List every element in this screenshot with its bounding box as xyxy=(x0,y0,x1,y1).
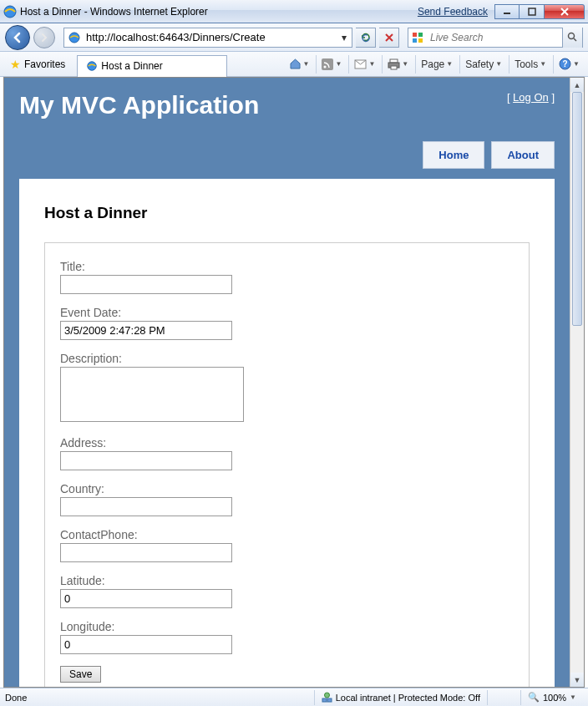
svg-rect-15 xyxy=(391,66,397,69)
form-fieldset: Title: Event Date: Description: Address:… xyxy=(44,242,530,687)
scroll-down-button[interactable]: ▼ xyxy=(570,673,584,687)
star-icon: ★ xyxy=(10,58,21,71)
window-close-button[interactable] xyxy=(545,4,585,19)
main-panel: Host a Dinner Title: Event Date: Descrip… xyxy=(19,179,555,687)
svg-rect-18 xyxy=(322,698,327,702)
safety-menu[interactable]: Safety▼ xyxy=(459,55,507,74)
search-bar xyxy=(408,28,583,48)
tab-page-icon xyxy=(86,60,98,72)
status-bar: Done Local intranet | Protected Mode: Of… xyxy=(0,688,588,706)
eventdate-label: Event Date: xyxy=(60,306,514,319)
address-label: Address: xyxy=(60,436,514,450)
description-label: Description: xyxy=(60,352,514,365)
back-button[interactable] xyxy=(5,25,30,50)
page-body: My MVC Application [ Log On ] Home About… xyxy=(4,78,570,687)
print-button[interactable]: ▼ xyxy=(382,55,413,74)
help-button[interactable]: ?▼ xyxy=(553,55,585,74)
svg-point-20 xyxy=(324,693,329,698)
nav-home[interactable]: Home xyxy=(423,141,484,169)
home-button[interactable]: ▼ xyxy=(284,55,315,74)
svg-rect-19 xyxy=(327,698,332,702)
tab-title: Host a Dinner xyxy=(101,60,162,72)
browser-viewport: My MVC Application [ Log On ] Home About… xyxy=(3,77,585,688)
window-maximize-button[interactable] xyxy=(520,4,545,19)
eventdate-input[interactable] xyxy=(60,321,232,340)
country-label: Country: xyxy=(60,482,514,495)
ie-icon xyxy=(3,5,17,18)
logon-section: [ Log On ] xyxy=(507,91,555,104)
title-label: Title: xyxy=(60,260,514,273)
status-text: Done xyxy=(5,693,314,703)
zoom-dropdown-icon: ▼ xyxy=(570,693,576,701)
logon-link[interactable]: Log On xyxy=(513,91,549,104)
status-spacer xyxy=(487,690,520,705)
title-input[interactable] xyxy=(60,275,232,294)
page-menu[interactable]: Page▼ xyxy=(415,55,458,74)
page-icon xyxy=(68,31,81,44)
description-input[interactable] xyxy=(60,367,244,422)
browser-navbar: ▾ xyxy=(0,23,588,52)
window-minimize-button[interactable] xyxy=(494,4,520,19)
mail-button[interactable]: ▼ xyxy=(348,55,380,74)
svg-rect-13 xyxy=(390,59,398,63)
status-zone[interactable]: Local intranet | Protected Mode: Off xyxy=(314,690,487,705)
svg-rect-2 xyxy=(529,8,535,15)
svg-rect-4 xyxy=(413,33,417,37)
latitude-label: Latitude: xyxy=(60,574,514,587)
search-button[interactable] xyxy=(562,28,582,48)
favorites-button[interactable]: ★ Favorites xyxy=(3,56,72,73)
print-icon xyxy=(388,58,400,70)
rss-icon xyxy=(322,58,333,70)
longitude-input[interactable] xyxy=(60,635,232,654)
stop-button[interactable] xyxy=(379,28,399,48)
window-title: Host a Dinner - Windows Internet Explore… xyxy=(20,6,418,18)
longitude-label: Longitude: xyxy=(60,620,514,633)
search-input[interactable] xyxy=(427,30,562,45)
scroll-thumb[interactable] xyxy=(572,92,582,326)
contactphone-input[interactable] xyxy=(60,543,232,562)
svg-point-11 xyxy=(324,65,327,68)
svg-text:?: ? xyxy=(563,59,568,69)
svg-rect-5 xyxy=(418,33,423,37)
refresh-button[interactable] xyxy=(356,28,376,48)
save-button[interactable]: Save xyxy=(60,666,101,683)
zoom-control[interactable]: 🔍 100% ▼ xyxy=(520,690,583,705)
mail-icon xyxy=(354,59,367,69)
scroll-up-button[interactable]: ▲ xyxy=(570,78,584,92)
window-titlebar: Host a Dinner - Windows Internet Explore… xyxy=(0,0,588,23)
nav-about[interactable]: About xyxy=(491,141,555,169)
vertical-scrollbar[interactable]: ▲ ▼ xyxy=(570,78,584,687)
live-search-icon xyxy=(411,31,424,44)
intranet-icon xyxy=(322,692,332,703)
address-bar: ▾ xyxy=(63,28,352,48)
favorites-label: Favorites xyxy=(24,58,65,70)
send-feedback-link[interactable]: Send Feedback xyxy=(418,6,488,18)
address-input-field[interactable] xyxy=(60,451,232,470)
svg-rect-1 xyxy=(504,13,510,14)
svg-rect-6 xyxy=(413,38,417,43)
latitude-input[interactable] xyxy=(60,589,232,608)
tools-menu[interactable]: Tools▼ xyxy=(509,55,551,74)
zoom-icon: 🔍 xyxy=(528,692,540,703)
browser-command-bar: ★ Favorites Host a Dinner ▼ ▼ ▼ ▼ Page▼ … xyxy=(0,52,588,77)
svg-point-8 xyxy=(569,33,575,39)
app-title: My MVC Application xyxy=(19,91,259,119)
feeds-button[interactable]: ▼ xyxy=(316,55,347,74)
address-input[interactable] xyxy=(84,29,337,45)
svg-rect-7 xyxy=(418,38,423,43)
forward-button[interactable] xyxy=(33,27,55,48)
home-icon xyxy=(289,58,302,70)
browser-tab[interactable]: Host a Dinner xyxy=(77,55,227,77)
help-icon: ? xyxy=(559,58,571,70)
contactphone-label: ContactPhone: xyxy=(60,528,514,541)
country-input[interactable] xyxy=(60,497,232,516)
address-dropdown-icon[interactable]: ▾ xyxy=(337,32,352,43)
page-heading: Host a Dinner xyxy=(44,204,530,222)
